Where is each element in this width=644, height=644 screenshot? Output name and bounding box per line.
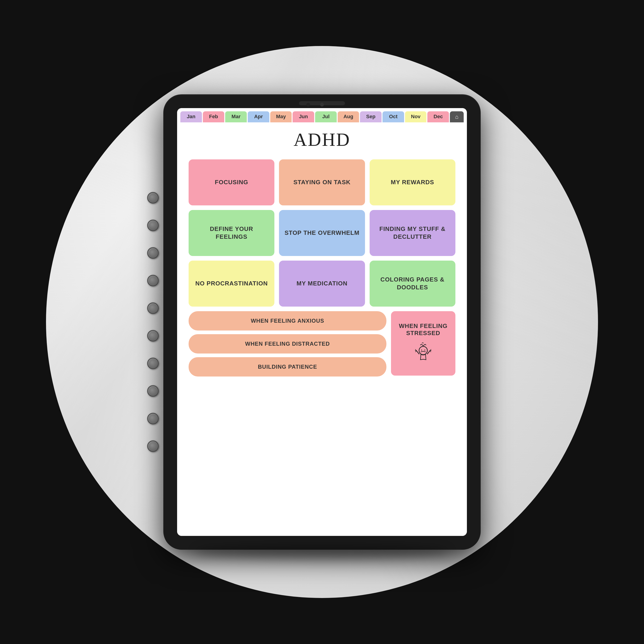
ring-4	[147, 275, 159, 286]
tab-feb[interactable]: Feb	[203, 111, 224, 122]
card-finding-stuff[interactable]: FINDING MY STUFF & DECLUTTER	[370, 210, 455, 256]
tab-apr[interactable]: Apr	[248, 111, 269, 122]
spiral-rings	[147, 192, 159, 452]
btn-patience[interactable]: BUILDING PATIENCE	[189, 357, 386, 377]
tab-oct[interactable]: Oct	[382, 111, 404, 122]
card-stop-overwhelm[interactable]: STOP THE OVERWHELM	[279, 210, 365, 256]
card-staying-on-task[interactable]: STAYING ON TASK	[279, 159, 365, 205]
card-focusing[interactable]: FOCUSING	[189, 159, 274, 205]
stress-icon	[414, 341, 432, 364]
card-no-procrastination[interactable]: NO PROCRASTINATION	[189, 261, 274, 307]
bottom-section: WHEN FEELING ANXIOUS WHEN FEELING DISTRA…	[189, 311, 455, 377]
page-content: ADHD FOCUSING STAYING ON TASK MY REWARDS	[177, 122, 467, 536]
ring-1	[147, 192, 159, 204]
card-grid-row2: DEFINE YOUR FEELINGS STOP THE OVERWHELM …	[189, 210, 455, 256]
card-my-rewards[interactable]: MY REWARDS	[370, 159, 455, 205]
home-tab[interactable]: ⌂	[450, 111, 464, 122]
tablet-device: Jan Feb Mar Apr May Jun Jul Aug Sep Oct …	[163, 94, 481, 550]
ring-8	[147, 385, 159, 397]
ring-5	[147, 302, 159, 314]
ring-6	[147, 330, 159, 342]
svg-point-2	[424, 350, 425, 351]
home-icon: ⌂	[455, 114, 459, 120]
month-tabs-bar: Jan Feb Mar Apr May Jun Jul Aug Sep Oct …	[177, 108, 467, 122]
svg-point-1	[421, 350, 422, 351]
page-title: ADHD	[189, 129, 455, 150]
card-grid-row3: NO PROCRASTINATION MY MEDICATION COLORIN…	[189, 261, 455, 307]
card-coloring-pages[interactable]: COLORING PAGES & DOODLES	[370, 261, 455, 307]
tab-jan[interactable]: Jan	[180, 111, 202, 122]
bottom-right-card: WHEN FEELING STRESSED	[391, 311, 455, 377]
marble-background: Jan Feb Mar Apr May Jun Jul Aug Sep Oct …	[46, 46, 598, 598]
btn-distracted[interactable]: WHEN FEELING DISTRACTED	[189, 334, 386, 354]
card-stressed[interactable]: WHEN FEELING STRESSED	[391, 311, 455, 376]
tab-mar[interactable]: Mar	[225, 111, 247, 122]
ring-9	[147, 413, 159, 424]
tab-aug[interactable]: Aug	[338, 111, 359, 122]
ring-10	[147, 440, 159, 452]
tab-may[interactable]: May	[270, 111, 292, 122]
tab-jul[interactable]: Jul	[315, 111, 337, 122]
tab-jun[interactable]: Jun	[293, 111, 314, 122]
tablet-screen: Jan Feb Mar Apr May Jun Jul Aug Sep Oct …	[177, 108, 467, 536]
card-define-feelings[interactable]: DEFINE YOUR FEELINGS	[189, 210, 274, 256]
card-my-medication[interactable]: MY MEDICATION	[279, 261, 365, 307]
card-grid-row1: FOCUSING STAYING ON TASK MY REWARDS	[189, 159, 455, 205]
btn-anxious[interactable]: WHEN FEELING ANXIOUS	[189, 311, 386, 331]
tab-sep[interactable]: Sep	[360, 111, 382, 122]
ring-7	[147, 358, 159, 369]
tab-nov[interactable]: Nov	[405, 111, 427, 122]
ring-2	[147, 220, 159, 231]
svg-point-0	[419, 346, 427, 355]
tab-dec[interactable]: Dec	[427, 111, 449, 122]
ring-3	[147, 247, 159, 259]
tablet-shadow	[195, 545, 449, 559]
bottom-left-buttons: WHEN FEELING ANXIOUS WHEN FEELING DISTRA…	[189, 311, 386, 377]
